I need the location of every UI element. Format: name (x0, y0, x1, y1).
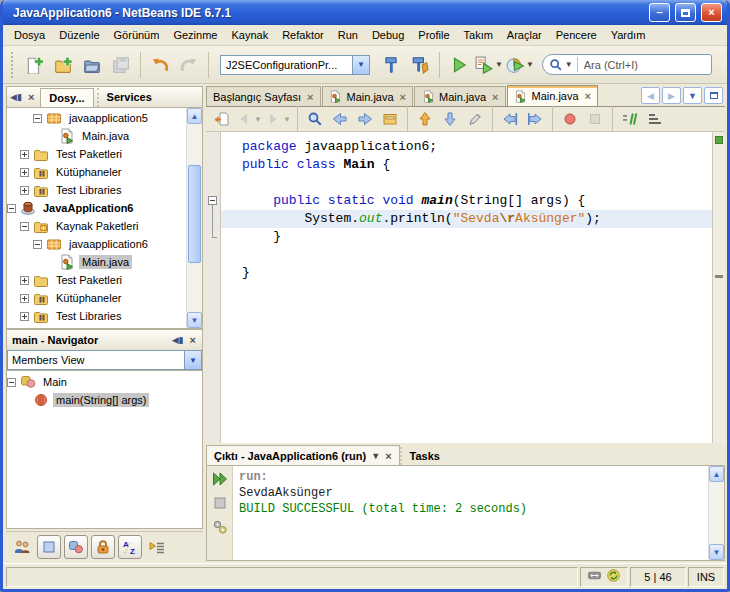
file-sync-button[interactable] (606, 568, 621, 585)
menu-item-8[interactable]: Profile (411, 26, 456, 44)
scroll-up-icon[interactable]: ▲ (187, 108, 202, 124)
typing-mode-button[interactable] (587, 568, 602, 585)
menu-item-2[interactable]: Görünüm (107, 26, 167, 44)
comment-button[interactable] (618, 108, 642, 130)
open-project-button[interactable] (78, 50, 106, 80)
menu-item-9[interactable]: Takım (457, 26, 500, 44)
tree-item-test-paketleri[interactable]: Test Paketleri (7, 145, 186, 163)
minimize-panel-icon[interactable]: ◀▮ (10, 92, 22, 102)
minimize-panel-icon[interactable]: ◀▮ (172, 335, 184, 345)
expand-icon[interactable] (20, 168, 29, 177)
chevron-down-icon[interactable]: ▼ (184, 351, 201, 369)
quick-search[interactable]: ▼ (542, 54, 712, 75)
scrollbar-track[interactable] (187, 124, 202, 312)
run-button[interactable] (445, 50, 473, 80)
editor-tab-3[interactable]: Main.java× (507, 85, 599, 106)
scroll-tabs-right-icon[interactable]: ▶ (662, 87, 681, 104)
scrollbar-thumb[interactable] (188, 165, 201, 263)
close-icon[interactable]: × (385, 450, 391, 462)
menu-item-7[interactable]: Debug (365, 26, 411, 44)
record-macro-button[interactable] (558, 108, 582, 130)
editor-gutter[interactable] (206, 132, 221, 443)
search-dropdown-icon[interactable]: ▼ (565, 60, 573, 69)
menu-item-5[interactable]: Refaktor (275, 26, 331, 44)
fold-collapse-icon[interactable] (208, 196, 217, 205)
undo-button[interactable] (146, 50, 174, 80)
maximize-editor-icon[interactable] (704, 87, 723, 104)
tree-item-main[interactable]: Main (7, 373, 202, 391)
scroll-tabs-left-icon[interactable]: ◀ (641, 87, 660, 104)
tab-list-icon[interactable]: ▼ (683, 87, 702, 104)
tree-item-javaapplication6[interactable]: JavaApplication6 (7, 199, 186, 217)
show-members-button[interactable] (64, 535, 88, 559)
save-all-button[interactable] (107, 50, 135, 80)
profile-button[interactable]: ▼ (505, 50, 535, 80)
tree-item-main-string-args-[interactable]: main(String[] args) (7, 391, 202, 409)
ant-settings-button[interactable] (210, 517, 230, 537)
error-stripe[interactable] (712, 132, 725, 443)
collapse-icon[interactable] (7, 204, 16, 213)
expand-icon[interactable] (20, 276, 29, 285)
clean-build-button[interactable] (406, 50, 434, 80)
close-tab-icon[interactable]: × (490, 91, 498, 103)
previous-occurrence-button[interactable] (413, 108, 437, 130)
tab-services[interactable]: Services (97, 88, 160, 107)
rename-button[interactable] (463, 108, 487, 130)
back-button[interactable]: ▼ (235, 108, 263, 130)
lock-button[interactable] (91, 535, 115, 559)
find-next-button[interactable] (353, 108, 377, 130)
menu-item-10[interactable]: Araçlar (500, 26, 549, 44)
collapse-icon[interactable] (7, 378, 16, 387)
close-panel-icon[interactable]: × (187, 334, 199, 346)
chevron-down-icon[interactable]: ▼ (254, 115, 262, 124)
debug-button[interactable]: ▼ (474, 50, 504, 80)
configuration-combo[interactable]: J2SEConfigurationPr... ▼ (220, 55, 370, 75)
new-file-button[interactable] (20, 50, 48, 80)
expand-icon[interactable] (20, 186, 29, 195)
shift-left-button[interactable] (498, 108, 522, 130)
tree-item-test-paketleri[interactable]: Test Paketleri (7, 271, 186, 289)
shift-right-button[interactable] (523, 108, 547, 130)
scrollbar-track[interactable] (709, 482, 724, 544)
find-previous-button[interactable] (328, 108, 352, 130)
find-selection-button[interactable] (303, 108, 327, 130)
menu-item-1[interactable]: Düzenle (52, 26, 106, 44)
tree-item-k-t-phaneler[interactable]: Kütüphaneler (7, 163, 186, 181)
menu-item-3[interactable]: Gezinme (166, 26, 224, 44)
expand-icon[interactable] (20, 312, 29, 321)
scroll-up-icon[interactable]: ▲ (709, 466, 724, 482)
navigator-view-combo[interactable]: Members View ▼ (7, 350, 202, 370)
build-button[interactable] (377, 50, 405, 80)
menu-item-0[interactable]: Dosya (7, 26, 52, 44)
expand-icon[interactable] (20, 150, 29, 159)
scroll-down-icon[interactable]: ▼ (187, 312, 202, 328)
stop-macro-button[interactable] (583, 108, 607, 130)
editor-tab-0[interactable]: Başlangıç Sayfası× (206, 86, 321, 106)
maximize-button[interactable] (675, 3, 696, 22)
double-chevron-down-icon[interactable]: ▼ (371, 451, 380, 461)
redo-button[interactable] (175, 50, 203, 80)
uncomment-button[interactable] (643, 108, 667, 130)
close-tab-icon[interactable]: × (583, 90, 591, 102)
menu-item-6[interactable]: Run (331, 26, 365, 44)
chevron-down-icon[interactable]: ▼ (283, 115, 291, 124)
team-button[interactable] (10, 535, 34, 559)
editor-tab-2[interactable]: Main.java× (414, 86, 506, 106)
forward-button[interactable]: ▼ (264, 108, 292, 130)
tree-item-javaapplication6[interactable]: javaapplication6 (7, 235, 186, 253)
chevron-down-icon[interactable]: ▼ (352, 56, 369, 74)
close-tab-icon[interactable]: × (305, 91, 313, 103)
collapse-icon[interactable] (20, 222, 29, 231)
tree-item-kaynak-paketleri[interactable]: Kaynak Paketleri (7, 217, 186, 235)
minimize-button[interactable]: – (649, 3, 670, 22)
insert-mode-indicator[interactable]: INS (688, 567, 724, 587)
menu-item-11[interactable]: Pencere (549, 26, 604, 44)
tree-item-javaapplication5[interactable]: javaapplication5 (7, 109, 186, 127)
rerun-button[interactable] (210, 469, 230, 489)
apply-filters-button[interactable] (145, 535, 169, 559)
scroll-down-icon[interactable]: ▼ (709, 544, 724, 560)
next-occurrence-button[interactable] (438, 108, 462, 130)
title-bar[interactable]: JavaApplication6 - NetBeans IDE 6.7.1 – … (3, 0, 727, 25)
search-input[interactable] (582, 58, 707, 72)
editor-area[interactable]: package javaapplication6;public class Ma… (206, 132, 725, 443)
